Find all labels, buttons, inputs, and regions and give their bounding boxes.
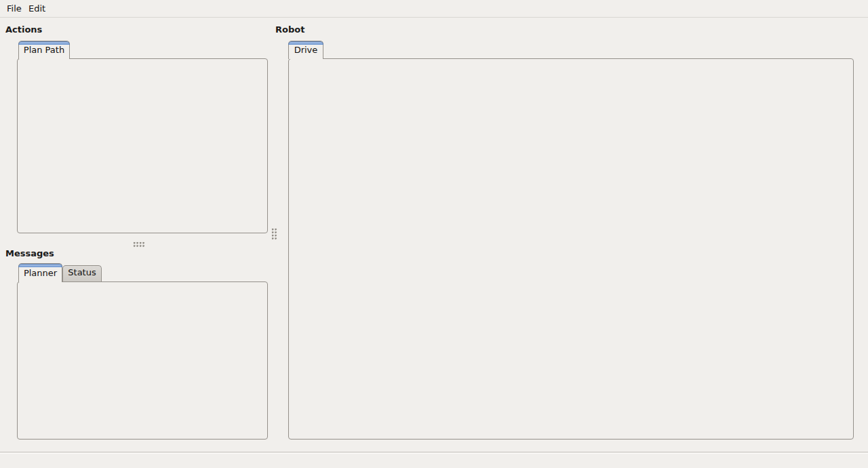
menubar: File Edit	[0, 0, 868, 18]
tab-planner[interactable]: Planner	[18, 263, 62, 282]
tab-planner-label: Planner	[24, 268, 57, 278]
app-window: File Edit Actions Messages Robot Plan Pa…	[0, 0, 868, 468]
tab-status[interactable]: Status	[62, 265, 102, 281]
menu-file[interactable]: File	[4, 3, 24, 14]
horizontal-splitter-handle[interactable]	[133, 241, 145, 248]
messages-panel	[17, 281, 268, 440]
actions-header: Actions	[5, 24, 42, 35]
tab-drive[interactable]: Drive	[288, 41, 323, 59]
vertical-splitter-handle[interactable]	[271, 228, 277, 240]
actions-panel	[17, 58, 268, 233]
tab-plan-path-label: Plan Path	[24, 45, 64, 55]
robot-header: Robot	[275, 24, 304, 35]
menu-edit[interactable]: Edit	[26, 3, 48, 14]
tab-plan-path[interactable]: Plan Path	[18, 41, 70, 59]
robot-panel	[288, 58, 854, 440]
statusbar-divider	[0, 452, 868, 454]
messages-header: Messages	[5, 248, 54, 258]
tab-drive-label: Drive	[294, 45, 318, 55]
tab-status-label: Status	[68, 267, 96, 277]
